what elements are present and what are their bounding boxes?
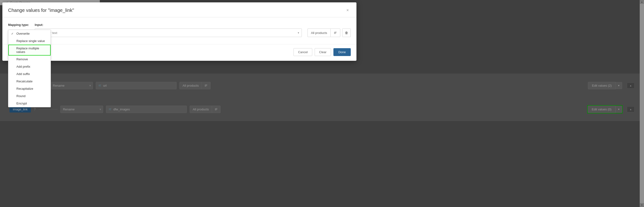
check-icon-overwrite: ✓ <box>11 32 14 35</box>
dropdown-label-round: Round <box>16 94 26 98</box>
modal-header: Change values for "image_link" × <box>2 2 356 17</box>
dropdown-label-replace-multiple: Replace multiple values <box>16 46 48 54</box>
mapping-type-dropdown[interactable]: ✓ Overwrite Replace single value Replace… <box>8 30 51 107</box>
dropdown-label-encrypt: Encrypt <box>16 102 27 105</box>
modal-title: Change values for "image_link" <box>8 7 74 13</box>
done-button[interactable]: Done <box>334 48 351 56</box>
dropdown-item-replace-single[interactable]: Replace single value <box>8 37 50 45</box>
delete-icon: 🗑 <box>345 31 348 35</box>
dropdown-item-remove[interactable]: Remove <box>8 55 50 63</box>
dropdown-item-recapitalize[interactable]: Recapitalize <box>8 85 50 92</box>
dropdown-item-overwrite[interactable]: ✓ Overwrite <box>8 30 50 37</box>
dropdown-item-encrypt[interactable]: Encrypt <box>8 100 50 107</box>
input-text-field[interactable] <box>42 31 295 35</box>
dropdown-item-add-prefix[interactable]: Add prefix <box>8 63 50 70</box>
dropdown-item-round[interactable]: Round <box>8 92 50 100</box>
dropdown-label-overwrite: Overwrite <box>16 32 30 35</box>
input-field-wrap: ≡ ▾ <box>35 28 302 37</box>
mapping-type-section: Mapping type: ✓ Overwrite Replace single… <box>8 23 29 28</box>
if-button[interactable]: IF <box>330 28 340 37</box>
dropdown-item-recalculate[interactable]: Recalculate <box>8 78 50 85</box>
dropdown-label-recalculate: Recalculate <box>16 79 32 83</box>
mapping-type-label: Mapping type: <box>8 23 29 26</box>
filter-controls: All products IF 🗑 <box>308 28 351 37</box>
input-label: Input: <box>35 23 302 26</box>
modal-close-button[interactable]: × <box>344 7 351 13</box>
dropdown-label-add-suffix: Add suffix <box>16 72 30 76</box>
modal-footer: Cancel Clear Done <box>2 44 356 61</box>
input-dropdown-arrow[interactable]: ▾ <box>296 31 302 34</box>
modal-overlay: Change values for "image_link" × Mapping… <box>0 0 644 207</box>
modal-body: Mapping type: ✓ Overwrite Replace single… <box>2 17 356 42</box>
dropdown-item-replace-multiple[interactable]: Replace multiple values <box>8 45 50 55</box>
form-row: Mapping type: ✓ Overwrite Replace single… <box>8 23 351 37</box>
products-if-section: . All products IF 🗑 <box>308 23 351 37</box>
all-products-if-group: All products IF <box>308 28 340 37</box>
cancel-button[interactable]: Cancel <box>294 48 312 56</box>
dropdown-label-recapitalize: Recapitalize <box>16 87 33 90</box>
delete-button[interactable]: 🗑 <box>342 28 351 37</box>
dropdown-label-remove: Remove <box>16 57 28 61</box>
dropdown-label-add-prefix: Add prefix <box>16 65 30 68</box>
clear-button[interactable]: Clear <box>315 48 331 56</box>
all-products-button[interactable]: All products <box>308 28 330 37</box>
modal-dialog: Change values for "image_link" × Mapping… <box>2 2 356 61</box>
dropdown-label-replace-single: Replace single value <box>16 39 45 43</box>
input-section: Input: ≡ ▾ <box>35 23 302 37</box>
dropdown-item-add-suffix[interactable]: Add suffix <box>8 70 50 78</box>
